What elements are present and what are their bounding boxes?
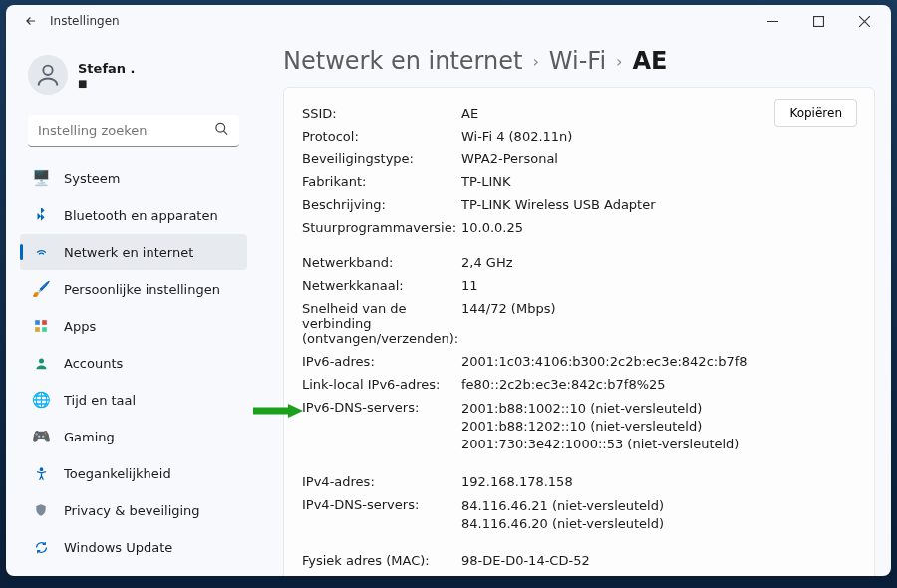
sidebar-item-label: Netwerk en internet — [64, 245, 193, 260]
sidebar-item-label: Bluetooth en apparaten — [64, 208, 218, 223]
detail-driver: Stuurprogrammaversie:10.0.0.25 — [302, 216, 856, 239]
gaming-icon: 🎮 — [32, 428, 50, 445]
breadcrumb-wifi[interactable]: Wi-Fi — [549, 47, 606, 75]
svg-rect-0 — [813, 16, 823, 26]
back-button[interactable] — [22, 12, 40, 30]
svg-point-2 — [216, 123, 225, 132]
window-title: Instellingen — [50, 14, 120, 28]
titlebar: Instellingen — [6, 5, 891, 37]
detail-description: Beschrijving:TP-LINK Wireless USB Adapte… — [302, 193, 856, 216]
sidebar-item-bluetooth[interactable]: Bluetooth en apparaten — [20, 197, 247, 233]
search-input[interactable] — [28, 115, 239, 147]
sidebar-item-network[interactable]: Netwerk en internet — [20, 234, 247, 270]
sidebar: Stefan . ■ 🖥️ Systeem — [6, 37, 253, 576]
svg-rect-4 — [42, 320, 47, 325]
detail-mac: Fysiek adres (MAC):98-DE-D0-14-CD-52 — [302, 549, 856, 572]
sidebar-item-gaming[interactable]: 🎮 Gaming — [20, 419, 247, 454]
sidebar-item-accessibility[interactable]: Toegankelijkheid — [20, 455, 247, 491]
minimize-button[interactable] — [749, 5, 795, 37]
svg-point-1 — [43, 66, 52, 75]
detail-band: Netwerkband:2,4 GHz — [302, 251, 856, 274]
accessibility-icon — [32, 464, 50, 482]
settings-window: Instellingen Stefan . ■ — [6, 5, 891, 576]
sidebar-item-apps[interactable]: Apps — [20, 308, 247, 344]
sidebar-item-label: Toegankelijkheid — [64, 466, 171, 481]
sidebar-item-label: Systeem — [64, 171, 120, 186]
detail-ssid: SSID:AE — [302, 102, 856, 125]
brush-icon: 🖌️ — [32, 280, 50, 298]
search-box — [28, 115, 239, 147]
detail-protocol: Protocol:Wi-Fi 4 (802.11n) — [302, 125, 856, 147]
svg-point-7 — [39, 358, 44, 363]
display-icon: 🖥️ — [32, 169, 50, 187]
network-details-panel: SSID:AE Protocol:Wi-Fi 4 (802.11n) Bevei… — [283, 87, 875, 576]
close-button[interactable] — [841, 5, 887, 37]
nav-list: 🖥️ Systeem Bluetooth en apparaten Netwer… — [14, 160, 253, 565]
shield-icon — [32, 501, 50, 519]
sidebar-item-label: Windows Update — [64, 540, 172, 555]
breadcrumb: Netwerk en internet › Wi-Fi › AE — [283, 41, 875, 87]
detail-ipv4: IPv4-adres:192.168.178.158 — [302, 470, 856, 493]
sidebar-item-time[interactable]: 🌐 Tijd en taal — [20, 382, 247, 418]
detail-speed: Snelheid van de verbinding (ontvangen/ve… — [302, 297, 856, 350]
user-account-row[interactable]: Stefan . ■ — [14, 45, 253, 109]
detail-ipv6dns: IPv6-DNS-servers: 2001:b88:1002::10 (nie… — [302, 396, 856, 458]
svg-rect-5 — [35, 327, 40, 332]
bluetooth-icon — [32, 206, 50, 224]
detail-channel: Netwerkkanaal:11 — [302, 274, 856, 297]
sidebar-item-update[interactable]: Windows Update — [20, 529, 247, 565]
main-content: Netwerk en internet › Wi-Fi › AE Kopiëre… — [253, 37, 891, 576]
detail-ipv6: IPv6-adres:2001:1c03:4106:b300:2c2b:ec3e… — [302, 350, 856, 373]
breadcrumb-network[interactable]: Netwerk en internet — [283, 47, 522, 75]
user-name: Stefan . — [78, 61, 136, 76]
sidebar-item-privacy[interactable]: Privacy & beveiliging — [20, 492, 247, 528]
sidebar-item-label: Accounts — [64, 356, 123, 371]
chevron-right-icon: › — [532, 52, 538, 71]
maximize-button[interactable] — [795, 5, 841, 37]
sidebar-item-personalization[interactable]: 🖌️ Persoonlijke instellingen — [20, 271, 247, 307]
svg-rect-3 — [35, 320, 40, 325]
person-icon — [32, 354, 50, 372]
svg-rect-6 — [42, 327, 47, 332]
svg-point-8 — [40, 467, 43, 470]
breadcrumb-current: AE — [633, 47, 668, 75]
wifi-icon — [32, 243, 50, 261]
sidebar-item-accounts[interactable]: Accounts — [20, 345, 247, 381]
avatar — [28, 55, 68, 95]
chevron-right-icon: › — [616, 52, 622, 71]
update-icon — [32, 538, 50, 556]
detail-security: Beveiligingstype:WPA2-Personal — [302, 147, 856, 170]
apps-icon — [32, 317, 50, 335]
user-status: ■ — [78, 78, 136, 89]
sidebar-item-label: Privacy & beveiliging — [64, 503, 200, 518]
sidebar-item-label: Tijd en taal — [64, 393, 136, 408]
search-icon — [214, 122, 229, 141]
copy-button[interactable]: Kopiëren — [774, 99, 857, 127]
sidebar-item-system[interactable]: 🖥️ Systeem — [20, 160, 247, 196]
detail-manufacturer: Fabrikant:TP-LINK — [302, 170, 856, 193]
sidebar-item-label: Persoonlijke instellingen — [64, 282, 220, 297]
detail-ipv4dns: IPv4-DNS-servers: 84.116.46.21 (niet-ver… — [302, 493, 856, 537]
sidebar-item-label: Apps — [64, 319, 96, 334]
sidebar-item-label: Gaming — [64, 430, 115, 444]
globe-icon: 🌐 — [32, 391, 50, 409]
detail-linklocal: Link-local IPv6-adres:fe80::2c2b:ec3e:84… — [302, 373, 856, 396]
